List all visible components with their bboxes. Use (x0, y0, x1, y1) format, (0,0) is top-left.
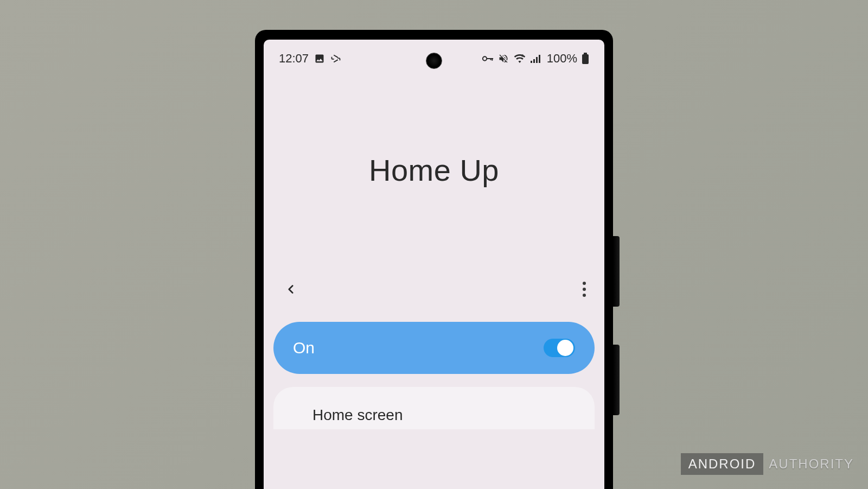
power-button (613, 345, 620, 415)
camera-hole (426, 53, 442, 69)
nav-row (264, 273, 604, 306)
watermark-text: AUTHORITY (769, 456, 854, 472)
vpn-key-icon (482, 54, 494, 63)
phone-screen: 12:07 6 (264, 40, 604, 489)
svg-rect-3 (533, 59, 535, 63)
back-button[interactable] (282, 281, 299, 298)
more-dot-icon (583, 288, 586, 291)
page-title: Home Up (369, 153, 499, 188)
list-item-home-screen[interactable]: Home screen (312, 407, 569, 424)
status-bar-left: 12:07 (279, 52, 341, 66)
status-bar-right: 6 100% (482, 52, 589, 66)
battery-percent: 100% (547, 52, 577, 66)
svg-text:6: 6 (521, 53, 524, 58)
settings-list-card: Home screen (273, 387, 595, 429)
content-area: On Home screen (264, 306, 604, 429)
battery-icon (582, 53, 589, 65)
watermark: ANDROID AUTHORITY (681, 453, 854, 475)
signal-icon (531, 54, 542, 63)
mute-icon (498, 53, 509, 64)
list-item-title: Home screen (312, 407, 569, 424)
toggle-knob (557, 340, 573, 356)
more-dot-icon (583, 282, 586, 285)
rotation-icon (330, 53, 341, 64)
svg-rect-2 (531, 61, 532, 63)
wifi-icon: 6 (513, 53, 526, 64)
svg-point-0 (483, 56, 487, 60)
volume-button (613, 236, 620, 307)
page-header: Home Up (264, 67, 604, 273)
master-toggle-label: On (293, 339, 315, 357)
more-options-button[interactable] (583, 282, 586, 297)
status-time: 12:07 (279, 52, 309, 66)
svg-rect-5 (539, 55, 540, 63)
svg-rect-4 (536, 57, 538, 63)
svg-rect-7 (584, 53, 587, 55)
image-icon (314, 53, 325, 64)
more-dot-icon (583, 294, 586, 297)
phone-frame: 12:07 6 (255, 30, 613, 489)
master-toggle-card[interactable]: On (273, 322, 595, 374)
watermark-badge: ANDROID (681, 453, 764, 475)
master-toggle-switch[interactable] (544, 339, 575, 357)
svg-rect-6 (582, 54, 589, 64)
